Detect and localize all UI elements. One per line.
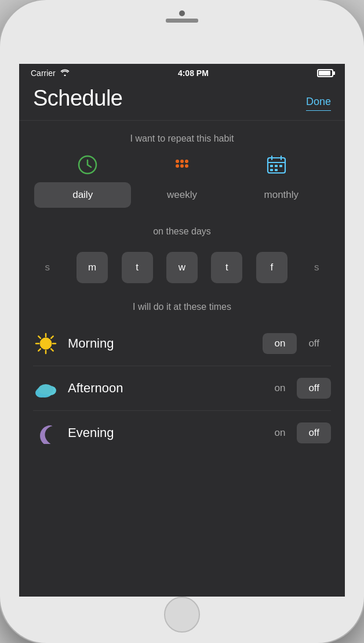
day-friday[interactable]: f	[256, 252, 287, 283]
daily-button[interactable]: daily	[34, 182, 131, 208]
day-saturday[interactable]: s	[301, 252, 332, 283]
morning-label: Morning	[68, 336, 253, 351]
morning-toggle: on off	[263, 333, 331, 354]
times-section: I will do it at these times	[19, 289, 345, 461]
evening-row: Evening on off	[19, 411, 345, 455]
evening-on-button[interactable]: on	[263, 422, 297, 443]
days-row: s m t w t f s	[19, 252, 345, 283]
svg-point-5	[185, 160, 188, 163]
monthly-button[interactable]: monthly	[233, 182, 330, 208]
frequency-icons	[28, 153, 336, 176]
svg-point-18	[40, 338, 52, 349]
times-intro: I will do it at these times	[19, 295, 345, 322]
status-bar: Carrier 4:08 PM	[19, 64, 345, 80]
morning-row: Morning on off	[19, 322, 345, 366]
home-button[interactable]	[164, 597, 200, 633]
afternoon-toggle: on off	[263, 378, 331, 399]
speaker-grille	[166, 19, 198, 23]
monthly-icon-wrap	[242, 153, 311, 176]
svg-line-23	[38, 336, 41, 338]
frequency-buttons: daily weekly monthly	[28, 182, 336, 208]
svg-point-3	[176, 160, 179, 163]
day-tuesday[interactable]: t	[122, 252, 153, 283]
morning-on-button[interactable]: on	[263, 333, 297, 354]
afternoon-on-button[interactable]: on	[263, 378, 297, 399]
afternoon-label: Afternoon	[68, 381, 253, 396]
wifi-icon	[60, 68, 70, 78]
evening-label: Evening	[68, 425, 253, 440]
calendar-icon	[265, 153, 288, 176]
screen: Carrier 4:08 PM Schedule Done	[19, 64, 345, 597]
svg-line-25	[51, 336, 53, 338]
app-header: Schedule Done	[19, 80, 345, 121]
day-sunday[interactable]: s	[32, 252, 63, 283]
svg-point-7	[180, 164, 184, 168]
svg-rect-17	[275, 169, 278, 171]
days-section: on these days s m t w t f s	[19, 208, 345, 289]
clock-icon	[76, 153, 99, 176]
svg-line-26	[38, 349, 41, 351]
afternoon-row: Afternoon on off	[19, 366, 345, 410]
page-title: Schedule	[33, 86, 122, 111]
svg-point-8	[185, 164, 188, 168]
main-content: I want to repeat this habit	[19, 121, 345, 597]
days-intro: on these days	[153, 214, 211, 246]
carrier-label: Carrier	[31, 68, 70, 78]
evening-toggle: on off	[263, 422, 331, 443]
svg-point-30	[38, 384, 53, 395]
phone-top-bar	[166, 10, 198, 23]
done-button[interactable]: Done	[306, 96, 331, 111]
day-monday[interactable]: m	[77, 252, 108, 283]
svg-line-24	[51, 349, 53, 351]
evening-off-button[interactable]: off	[297, 422, 331, 443]
day-wednesday[interactable]: w	[166, 252, 198, 283]
morning-icon	[33, 331, 59, 356]
front-camera-icon	[179, 10, 185, 16]
daily-icon-wrap	[53, 153, 122, 176]
repeat-intro: I want to repeat this habit	[19, 121, 345, 153]
svg-rect-13	[270, 165, 273, 167]
svg-rect-15	[279, 165, 282, 167]
svg-point-4	[180, 160, 184, 163]
afternoon-off-button[interactable]: off	[297, 378, 331, 399]
status-time: 4:08 PM	[178, 68, 209, 78]
day-thursday[interactable]: t	[211, 252, 242, 283]
frequency-section: daily weekly monthly	[19, 153, 345, 208]
weekly-button[interactable]: weekly	[133, 182, 230, 208]
afternoon-icon	[33, 375, 59, 401]
svg-line-2	[88, 165, 91, 167]
svg-rect-16	[270, 169, 273, 171]
svg-rect-14	[275, 165, 278, 167]
weekly-icon-wrap	[147, 153, 217, 176]
status-right	[317, 69, 333, 77]
morning-off-button[interactable]: off	[297, 333, 331, 354]
evening-icon	[33, 420, 59, 446]
dots-icon	[170, 153, 194, 176]
battery-icon	[317, 69, 333, 77]
phone-frame: Carrier 4:08 PM Schedule Done	[0, 0, 364, 643]
svg-point-6	[176, 164, 179, 168]
